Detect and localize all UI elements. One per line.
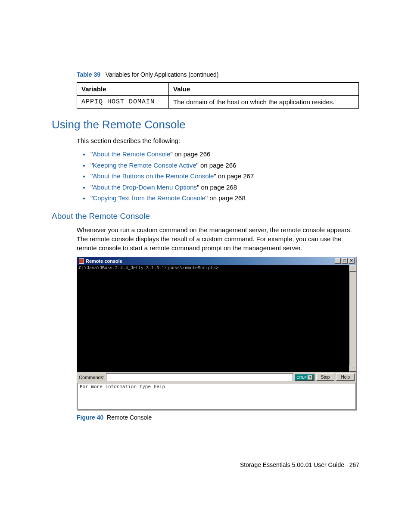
list-item: "Copying Text from the Remote Console" o… [90, 193, 359, 204]
link-about-remote-console[interactable]: About the Remote Console [93, 150, 170, 158]
maximize-button[interactable]: □ [342, 258, 348, 264]
link-about-buttons[interactable]: About the Buttons on the Remote Console [93, 172, 214, 180]
minimize-button[interactable]: _ [335, 258, 341, 264]
figure-caption: Figure 40 Remote Console [77, 414, 359, 421]
link-keeping-active[interactable]: Keeping the Remote Console Active [93, 162, 196, 169]
table-caption-label: Table 39 [77, 71, 100, 78]
variables-table: Variable Value APPIQ_HOST_DOMAIN The dom… [77, 82, 359, 109]
table-row: APPIQ_HOST_DOMAIN The domain of the host… [77, 96, 359, 109]
link-dropdown-options[interactable]: About the Drop-Down Menu Options [93, 184, 197, 191]
heading-about-remote-console: About the Remote Console [52, 212, 359, 221]
heading-using-remote-console: Using the Remote Console [52, 118, 359, 131]
page-number: 267 [349, 461, 359, 468]
remote-console-window: Remote console _ □ ✕ C:\Java\JBoss-2.4.4… [77, 257, 357, 411]
command-input[interactable] [106, 373, 293, 381]
link-list: "About the Remote Console" on page 266 "… [90, 149, 359, 204]
intro-text: This section describes the following: [77, 137, 359, 145]
link-suffix: " on page 267 [214, 172, 254, 180]
list-item: "About the Drop-Down Menu Options" on pa… [90, 182, 359, 193]
terminal-prompt: C:\Java\JBoss-2.4.4_Jetty-3.1.3-1\jboss\… [79, 266, 218, 271]
cell-variable: APPIQ_HOST_DOMAIN [77, 96, 169, 109]
list-item: "About the Buttons on the Remote Console… [90, 171, 359, 182]
figure-label: Figure 40 [77, 414, 103, 421]
link-suffix: " on page 268 [206, 194, 246, 202]
link-suffix: " on page 266 [196, 162, 236, 169]
crlf-label: CRLF [296, 375, 307, 380]
window-icon [79, 258, 84, 264]
about-paragraph: Whenever you run a custom command on the… [77, 225, 359, 252]
col-variable: Variable [77, 83, 169, 96]
link-suffix: " on page 266 [170, 150, 210, 158]
table-caption: Table 39 Variables for Only Applications… [77, 71, 359, 78]
stop-button[interactable]: Stop [316, 373, 335, 381]
command-bar: Commands: CRLF ▼ Stop Help [77, 372, 356, 383]
list-item: "Keeping the Remote Console Active" on p… [90, 160, 359, 171]
help-button[interactable]: Help [336, 373, 355, 381]
footer-text: Storage Essentials 5.00.01 User Guide [240, 461, 344, 468]
col-value: Value [169, 83, 359, 96]
page-footer: Storage Essentials 5.00.01 User Guide 26… [240, 461, 359, 468]
titlebar[interactable]: Remote console _ □ ✕ [77, 257, 356, 265]
terminal-area[interactable]: C:\Java\JBoss-2.4.4_Jetty-3.1.3-1\jboss\… [77, 265, 356, 372]
table-caption-text: Variables for Only Applications (continu… [106, 71, 219, 78]
figure-text: Remote Console [107, 414, 152, 421]
close-button[interactable]: ✕ [349, 258, 355, 264]
cell-value: The domain of the host on which the appl… [169, 96, 359, 109]
link-copying-text[interactable]: Copying Text from the Remote Console [93, 194, 206, 202]
table-header-row: Variable Value [77, 83, 359, 96]
list-item: "About the Remote Console" on page 266 [90, 149, 359, 160]
commands-label: Commands: [79, 375, 104, 380]
window-title: Remote console [86, 258, 122, 264]
link-suffix: " on page 268 [197, 184, 237, 191]
chevron-down-icon: ▼ [308, 375, 313, 380]
crlf-dropdown[interactable]: CRLF ▼ [295, 374, 314, 381]
scroll-up-button[interactable]: ▲ [349, 265, 356, 272]
scroll-down-button[interactable]: ▼ [349, 365, 356, 372]
output-area[interactable]: For more information type help [78, 383, 356, 410]
